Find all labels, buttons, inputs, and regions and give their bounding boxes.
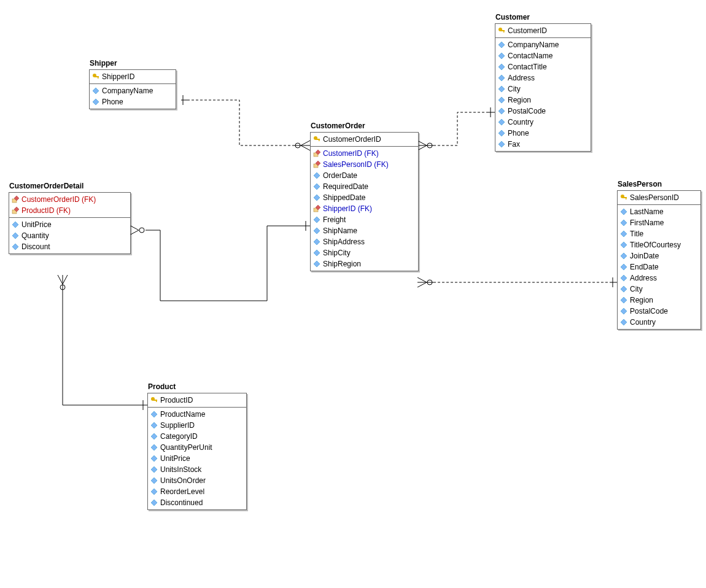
- pk-section: ShipperID: [90, 70, 176, 84]
- key-icon: [313, 136, 320, 143]
- column-row: ProductID: [150, 395, 244, 406]
- svg-point-29: [60, 285, 65, 290]
- svg-marker-83: [621, 297, 627, 303]
- column-row: Title: [620, 228, 698, 239]
- column-label: TitleOfCourtesy: [630, 240, 681, 250]
- svg-line-3: [301, 141, 310, 145]
- attribute-icon: [150, 422, 158, 429]
- column-row: SalesPersonID: [620, 192, 698, 203]
- attribute-icon: [620, 319, 627, 326]
- column-row: CustomerID: [498, 25, 588, 36]
- pk-section: CustomerOrderID: [311, 133, 418, 147]
- column-row: UnitsInStock: [150, 464, 244, 475]
- entity-title: SalesPerson: [618, 180, 662, 188]
- svg-marker-76: [621, 220, 627, 226]
- attribute-icon: [313, 260, 320, 268]
- column-label: ReorderLevel: [160, 487, 204, 497]
- column-row: ReorderLevel: [150, 486, 244, 497]
- key-icon: [498, 27, 505, 34]
- attribute-icon: [313, 227, 320, 234]
- column-label: UnitPrice: [160, 454, 190, 463]
- column-row: CustomerOrderID (FK): [12, 194, 128, 205]
- column-label: CompanyName: [508, 40, 559, 50]
- entity-title: CustomerOrderDetail: [9, 182, 83, 190]
- svg-marker-51: [314, 195, 320, 201]
- svg-marker-95: [151, 478, 157, 484]
- attribute-icon: [150, 411, 158, 418]
- svg-rect-74: [626, 197, 627, 199]
- column-label: UnitPrice: [21, 220, 52, 230]
- entity-shipper[interactable]: ShipperShipperIDCompanyNamePhone: [89, 69, 176, 109]
- column-label: CustomerOrderID (FK): [21, 195, 96, 204]
- svg-marker-97: [151, 500, 157, 506]
- column-label: ContactName: [508, 51, 553, 61]
- entity-customer[interactable]: CustomerCustomerIDCompanyNameContactName…: [495, 23, 591, 152]
- column-row: Country: [620, 317, 698, 328]
- entity-customer-order[interactable]: CustomerOrderCustomerOrderIDCustomerID (…: [310, 132, 419, 271]
- svg-marker-57: [314, 250, 320, 256]
- column-row: ProductID (FK): [12, 205, 128, 216]
- column-label: QuantityPerUnit: [160, 443, 212, 452]
- svg-marker-67: [498, 97, 505, 103]
- attr-section: LastNameFirstNameTitleTitleOfCourtesyJoi…: [618, 205, 700, 329]
- svg-marker-65: [498, 75, 505, 81]
- attribute-icon: [92, 87, 99, 95]
- svg-marker-69: [498, 119, 505, 125]
- svg-marker-54: [314, 217, 320, 223]
- column-row: CategoryID: [150, 431, 244, 442]
- column-row: JoinDate: [620, 250, 698, 261]
- column-label: ShippedDate: [323, 193, 365, 203]
- attribute-icon: [12, 221, 19, 228]
- attribute-icon: [150, 444, 158, 451]
- svg-marker-34: [93, 99, 99, 105]
- pk-section: SalesPersonID: [618, 191, 700, 205]
- entity-product[interactable]: ProductProductIDProductNameSupplierIDCat…: [147, 393, 247, 510]
- column-label: Quantity: [21, 231, 49, 241]
- column-row: ShipperID (FK): [313, 203, 416, 214]
- attribute-icon: [313, 216, 320, 223]
- column-row: ShipName: [313, 225, 416, 236]
- column-row: Discount: [12, 241, 128, 252]
- column-row: LastName: [620, 206, 698, 217]
- column-label: Discontinued: [160, 498, 203, 508]
- column-row: ShipRegion: [313, 258, 416, 269]
- entity-sales-person[interactable]: SalesPersonSalesPersonIDLastNameFirstNam…: [617, 190, 701, 330]
- svg-marker-79: [621, 253, 627, 259]
- column-label: ShipperID (FK): [323, 204, 372, 214]
- svg-marker-63: [498, 53, 505, 59]
- column-label: Phone: [102, 97, 123, 107]
- attribute-icon: [498, 74, 505, 82]
- attribute-icon: [620, 230, 627, 238]
- column-row: OrderDate: [313, 170, 416, 181]
- attribute-icon: [498, 96, 505, 104]
- fk-icon: [12, 196, 19, 203]
- svg-rect-44: [319, 139, 320, 141]
- column-label: CategoryID: [160, 431, 198, 441]
- svg-marker-62: [498, 42, 505, 48]
- svg-marker-81: [621, 275, 627, 281]
- attribute-icon: [498, 107, 505, 115]
- column-label: Region: [630, 295, 653, 305]
- fk-icon: [12, 207, 19, 214]
- attribute-icon: [620, 263, 627, 271]
- column-row: PostalCode: [620, 306, 698, 317]
- column-label: PostalCode: [508, 106, 546, 116]
- svg-marker-50: [314, 184, 320, 190]
- svg-marker-77: [621, 231, 627, 237]
- column-label: ProductName: [160, 409, 205, 419]
- column-label: Address: [508, 73, 535, 83]
- column-row: Phone: [498, 128, 588, 139]
- column-label: ShipAddress: [323, 237, 365, 247]
- key-icon: [150, 397, 158, 404]
- entity-title: CustomerOrder: [311, 122, 365, 130]
- column-row: ContactName: [498, 50, 588, 61]
- entity-customer-order-detail[interactable]: CustomerOrderDetailCustomerOrderID (FK)P…: [9, 192, 131, 254]
- svg-marker-96: [151, 489, 157, 495]
- column-label: CustomerID (FK): [323, 149, 379, 158]
- attr-section: UnitPriceQuantityDiscount: [9, 218, 130, 253]
- attribute-icon: [313, 238, 320, 246]
- svg-marker-93: [151, 455, 157, 462]
- attr-section: CompanyNameContactNameContactTitleAddres…: [495, 38, 591, 151]
- attribute-icon: [150, 499, 158, 506]
- column-row: CustomerID (FK): [313, 148, 416, 159]
